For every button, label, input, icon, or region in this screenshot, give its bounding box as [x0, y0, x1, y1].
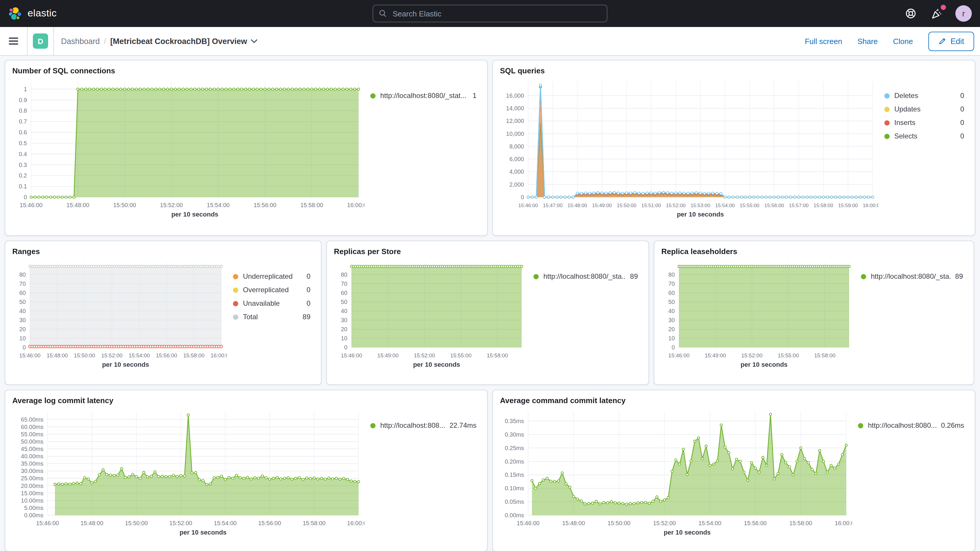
legend-item[interactable]: Inserts0 [885, 118, 964, 127]
svg-text:60.00ms: 60.00ms [21, 424, 43, 430]
svg-text:15:48:00: 15:48:00 [80, 520, 103, 526]
svg-text:15:53:00: 15:53:00 [691, 202, 710, 208]
svg-text:0.1: 0.1 [19, 183, 27, 190]
panel-title: Replicas per Store [334, 247, 641, 256]
svg-text:15:54:00: 15:54:00 [715, 202, 735, 208]
legend-item[interactable]: http://localhost:8080/_sta...89 [533, 272, 638, 280]
dashboard-toolbar: D Dashboard / [Metricbeat CockroachDB] O… [0, 27, 980, 56]
panel-sql-queries: SQL queries 16,00014,00012,00010,0008,00… [492, 60, 975, 236]
elastic-home-link[interactable]: elastic [8, 6, 372, 21]
svg-text:0.35ms: 0.35ms [505, 418, 524, 424]
whats-new-button[interactable] [929, 6, 943, 21]
legend-series-label: Overreplicated [243, 286, 289, 294]
svg-text:15:57:00: 15:57:00 [789, 202, 809, 208]
svg-text:15:46:00: 15:46:00 [36, 520, 59, 526]
svg-text:15:55:00: 15:55:00 [450, 352, 471, 358]
menu-button[interactable] [0, 27, 27, 55]
legend-series-value: 89 [630, 272, 638, 280]
topbar-right-controls: r [608, 5, 972, 22]
svg-text:0.20ms: 0.20ms [505, 458, 524, 465]
panel-title: Ranges [12, 247, 314, 256]
avg-log-commit-latency-chart[interactable]: 65.00ms60.00ms55.00ms50.00ms45.00ms40.00… [12, 406, 364, 539]
svg-text:55.00ms: 55.00ms [21, 431, 43, 438]
svg-text:0.00ms: 0.00ms [505, 512, 524, 518]
page-title[interactable]: [Metricbeat CockroachDB] Overview [110, 37, 258, 46]
replica-leaseholders-chart[interactable]: 8070605040302010015:46:0015:49:0015:52:0… [661, 257, 855, 371]
legend-series-value: 0 [960, 92, 964, 100]
panel-title: Average log commit latency [12, 396, 480, 405]
legend-item[interactable]: Unavailable0 [233, 299, 310, 307]
legend-item[interactable]: http://localhost:8080...0.26ms [858, 421, 964, 430]
legend-item[interactable]: Total89 [233, 313, 310, 321]
svg-text:16:00:00: 16:00:00 [835, 520, 852, 526]
svg-text:15:46:00: 15:46:00 [19, 352, 40, 358]
breadcrumb-dashboard-link[interactable]: Dashboard [61, 37, 100, 46]
divider [53, 27, 54, 55]
sql-connections-chart[interactable]: 10.90.80.70.60.50.40.30.20.1015:46:0015:… [12, 76, 364, 221]
svg-text:15:54:00: 15:54:00 [698, 520, 721, 526]
svg-text:15:58:00: 15:58:00 [789, 520, 812, 526]
legend-item[interactable]: Updates0 [885, 105, 964, 113]
legend-series-dot [233, 301, 238, 306]
svg-text:80: 80 [341, 271, 347, 278]
legend-item[interactable]: http://localhost:8080/_sta...89 [861, 272, 963, 280]
replicas-per-store-chart[interactable]: 8070605040302010015:46:0015:49:0015:52:0… [334, 257, 528, 371]
share-button[interactable]: Share [858, 37, 878, 46]
panel-replicas-per-store: Replicas per Store 8070605040302010015:4… [326, 240, 649, 385]
svg-text:0.10ms: 0.10ms [505, 485, 524, 491]
svg-text:35.00ms: 35.00ms [21, 460, 43, 467]
page-title-text: [Metricbeat CockroachDB] Overview [110, 37, 247, 46]
legend-series-value: 22.74ms [450, 421, 477, 430]
replica-leaseholders-legend: http://localhost:8080/_sta...89 [855, 257, 967, 380]
legend-series-label: Underreplicated [243, 272, 293, 280]
svg-text:15:46:00: 15:46:00 [341, 352, 362, 358]
legend-series-dot [370, 93, 375, 98]
svg-text:40: 40 [668, 308, 675, 314]
legend-series-label: Selects [894, 132, 918, 140]
space-selector[interactable]: D [27, 27, 53, 55]
legend-item[interactable]: Selects0 [885, 132, 964, 140]
toolbar-actions: Full screen Share Clone Edit [805, 32, 980, 51]
search-input[interactable] [391, 8, 601, 19]
svg-text:0.00ms: 0.00ms [24, 512, 43, 518]
legend-item[interactable]: Deletes0 [885, 92, 964, 100]
svg-text:0.4: 0.4 [19, 151, 27, 157]
user-avatar[interactable]: r [955, 5, 972, 22]
legend-series-dot [858, 423, 863, 428]
legend-item[interactable]: http://localhost:808...22.74ms [370, 421, 477, 430]
legend-series-dot [233, 287, 238, 293]
svg-text:30.00ms: 30.00ms [21, 468, 43, 474]
clone-button[interactable]: Clone [893, 37, 913, 46]
legend-item[interactable]: http://localhost:8080/_stat...1 [370, 92, 477, 100]
svg-text:15:54:00: 15:54:00 [207, 202, 230, 208]
help-life-ring-icon [905, 8, 916, 19]
panel-title: Number of SQL connections [12, 66, 480, 75]
svg-text:15:48:00: 15:48:00 [562, 520, 585, 526]
legend-item[interactable]: Overreplicated0 [233, 286, 310, 294]
svg-text:0: 0 [671, 344, 675, 350]
svg-text:60: 60 [668, 290, 675, 296]
sql-queries-chart[interactable]: 16,00014,00012,00010,0008,0006,0004,0002… [500, 76, 878, 221]
svg-text:40: 40 [341, 308, 347, 314]
global-search[interactable] [372, 5, 608, 22]
legend-series-label: Inserts [894, 118, 915, 127]
help-button[interactable] [904, 6, 918, 21]
avg-command-commit-latency-chart[interactable]: 0.35ms0.30ms0.25ms0.20ms0.15ms0.10ms0.05… [500, 406, 852, 539]
svg-text:15:50:00: 15:50:00 [617, 202, 636, 208]
edit-button[interactable]: Edit [928, 32, 974, 51]
full-screen-button[interactable]: Full screen [805, 37, 842, 46]
svg-text:50.00ms: 50.00ms [21, 438, 43, 445]
legend-item[interactable]: Underreplicated0 [233, 272, 310, 280]
svg-text:15:49:00: 15:49:00 [705, 352, 726, 358]
ranges-chart[interactable]: 8070605040302010015:46:0015:48:0015:50:0… [12, 257, 227, 371]
svg-text:per 10 seconds: per 10 seconds [102, 361, 149, 368]
svg-text:10.00ms: 10.00ms [21, 497, 43, 504]
svg-text:15:58:00: 15:58:00 [183, 352, 205, 358]
svg-text:5.00ms: 5.00ms [24, 505, 43, 511]
ranges-legend: Underreplicated0Overreplicated0Unavailab… [227, 257, 314, 380]
svg-text:0.9: 0.9 [19, 97, 27, 103]
svg-text:0.25ms: 0.25ms [505, 445, 524, 451]
svg-text:15:46:00: 15:46:00 [668, 352, 689, 358]
row-1: Number of SQL connections 10.90.80.70.60… [5, 60, 975, 236]
legend-series-value: 89 [955, 272, 963, 280]
